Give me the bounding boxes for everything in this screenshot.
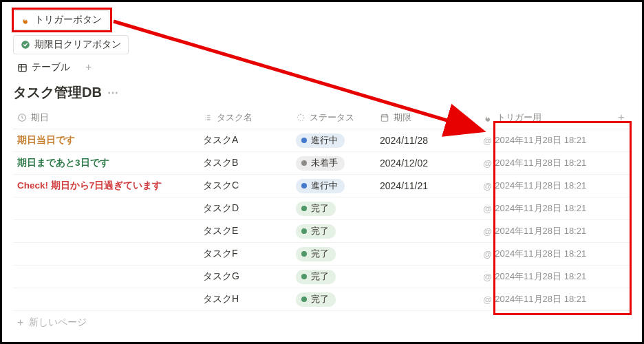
table-row[interactable]: Check! 期日から7日過ぎていますタスクC進行中2024/11/21@202… — [13, 175, 631, 197]
cell-task-name: タスクG — [199, 270, 292, 283]
status-label: 進行中 — [311, 180, 338, 192]
at-icon: @ — [483, 249, 492, 259]
add-column-button[interactable]: + — [613, 111, 630, 124]
cell-status: 進行中 — [292, 133, 376, 148]
status-dot — [301, 160, 307, 166]
svg-point-10 — [298, 119, 299, 120]
cell-kijitsu: 期日まであと3日です — [13, 157, 199, 169]
calendar-icon — [380, 113, 389, 122]
cell-trigger: @2024年11月28日 18:21 — [479, 293, 613, 305]
cell-task-name: タスクB — [199, 157, 292, 169]
cell-status: 完了 — [292, 224, 376, 239]
cell-trigger: @2024年11月28日 18:21 — [479, 248, 613, 260]
cell-status: 進行中 — [292, 179, 376, 193]
status-dot — [301, 251, 307, 257]
column-header-trigger[interactable]: トリガー用 — [479, 111, 613, 124]
svg-rect-1 — [19, 64, 26, 71]
cell-deadline: 2024/11/21 — [376, 180, 479, 191]
status-label: 未着手 — [311, 158, 338, 169]
cell-task-name: タスクH — [199, 293, 292, 305]
plus-icon: + — [17, 316, 23, 329]
trigger-timestamp: 2024年11月28日 18:21 — [495, 180, 586, 192]
new-page-button[interactable]: + 新しいページ — [13, 311, 631, 334]
status-dot — [301, 183, 307, 189]
svg-point-12 — [298, 114, 299, 116]
table-row[interactable]: 期日当日ですタスクA進行中2024/11/28@2024年11月28日 18:2… — [13, 129, 631, 152]
cell-trigger: @2024年11月28日 18:21 — [479, 202, 613, 215]
at-icon: @ — [483, 204, 492, 214]
clear-deadline-button-label: 期限日クリアボタン — [34, 39, 121, 51]
cell-trigger: @2024年11月28日 18:21 — [479, 270, 613, 283]
status-label: 完了 — [311, 203, 329, 215]
database-menu-button[interactable]: ⋯ — [107, 86, 120, 99]
status-dot — [301, 138, 307, 143]
cell-task-name: タスクC — [199, 180, 292, 192]
status-label: 完了 — [311, 294, 329, 305]
column-header-taskname[interactable]: タスク名 — [199, 111, 292, 124]
at-icon: @ — [483, 181, 492, 191]
column-header-status-label: ステータス — [310, 111, 354, 124]
status-label: 進行中 — [311, 135, 338, 147]
view-tab-table[interactable]: テーブル — [13, 61, 74, 74]
at-icon: @ — [483, 158, 492, 169]
add-view-button[interactable]: + — [81, 61, 96, 74]
cell-kijitsu: Check! 期日から7日過ぎています — [13, 180, 199, 192]
status-dot — [301, 228, 307, 234]
loading-icon — [296, 113, 305, 122]
trigger-timestamp: 2024年11月28日 18:21 — [495, 248, 586, 260]
trigger-timestamp: 2024年11月28日 18:21 — [495, 225, 586, 237]
database-title[interactable]: タスク管理DB — [13, 83, 102, 102]
fire-icon — [21, 15, 30, 25]
status-dot — [301, 274, 307, 279]
trigger-timestamp: 2024年11月28日 18:21 — [495, 293, 586, 305]
clear-deadline-button[interactable]: 期限日クリアボタン — [13, 35, 129, 54]
clock-icon — [17, 113, 27, 122]
column-header-deadline[interactable]: 期限 — [376, 111, 479, 124]
status-label: 完了 — [311, 248, 329, 260]
cell-status: 完了 — [292, 202, 376, 216]
status-label: 完了 — [311, 271, 329, 283]
table-row[interactable]: タスクD完了@2024年11月28日 18:21 — [13, 197, 631, 220]
svg-point-9 — [300, 120, 301, 121]
cell-deadline: 2024/11/28 — [376, 135, 479, 146]
svg-rect-13 — [381, 114, 387, 120]
trigger-button[interactable]: トリガーボタン — [13, 10, 109, 30]
status-dot — [301, 206, 307, 211]
svg-point-5 — [300, 114, 301, 115]
at-icon: @ — [483, 294, 492, 305]
column-header-status[interactable]: ステータス — [292, 111, 376, 124]
cell-status: 完了 — [292, 292, 376, 307]
svg-point-7 — [303, 117, 305, 118]
at-icon: @ — [483, 136, 492, 146]
trigger-timestamp: 2024年11月28日 18:21 — [495, 202, 586, 215]
status-badge: 完了 — [296, 202, 336, 216]
status-badge: 完了 — [296, 224, 336, 239]
status-badge: 完了 — [296, 292, 336, 307]
status-badge: 進行中 — [296, 179, 345, 193]
table-row[interactable]: タスクG完了@2024年11月28日 18:21 — [13, 266, 631, 288]
cell-status: 未着手 — [292, 156, 376, 171]
table-row[interactable]: 期日まであと3日ですタスクB未着手2024/12/02@2024年11月28日 … — [13, 152, 631, 175]
table-row[interactable]: タスクF完了@2024年11月28日 18:21 — [13, 243, 631, 266]
status-badge: 完了 — [296, 270, 336, 284]
status-badge: 進行中 — [296, 133, 345, 148]
table-row[interactable]: タスクE完了@2024年11月28日 18:21 — [13, 220, 631, 243]
cell-task-name: タスクA — [199, 134, 292, 147]
cell-trigger: @2024年11月28日 18:21 — [479, 157, 613, 169]
cell-status: 完了 — [292, 247, 376, 261]
new-page-label: 新しいページ — [29, 316, 87, 329]
cell-status: 完了 — [292, 270, 376, 284]
cell-trigger: @2024年11月28日 18:21 — [479, 180, 613, 192]
column-header-deadline-label: 期限 — [394, 111, 411, 124]
table-icon — [17, 63, 28, 73]
column-header-kijitsu-label: 期日 — [31, 111, 49, 124]
column-header-kijitsu[interactable]: 期日 — [13, 111, 199, 124]
cell-deadline: 2024/12/02 — [376, 158, 479, 169]
trigger-timestamp: 2024年11月28日 18:21 — [495, 157, 586, 169]
svg-point-11 — [297, 116, 298, 117]
table-row[interactable]: タスクH完了@2024年11月28日 18:21 — [13, 288, 631, 311]
cell-trigger: @2024年11月28日 18:21 — [479, 225, 613, 237]
trigger-timestamp: 2024年11月28日 18:21 — [495, 270, 586, 283]
list-icon — [203, 113, 213, 122]
trigger-button-label: トリガーボタン — [34, 14, 102, 26]
